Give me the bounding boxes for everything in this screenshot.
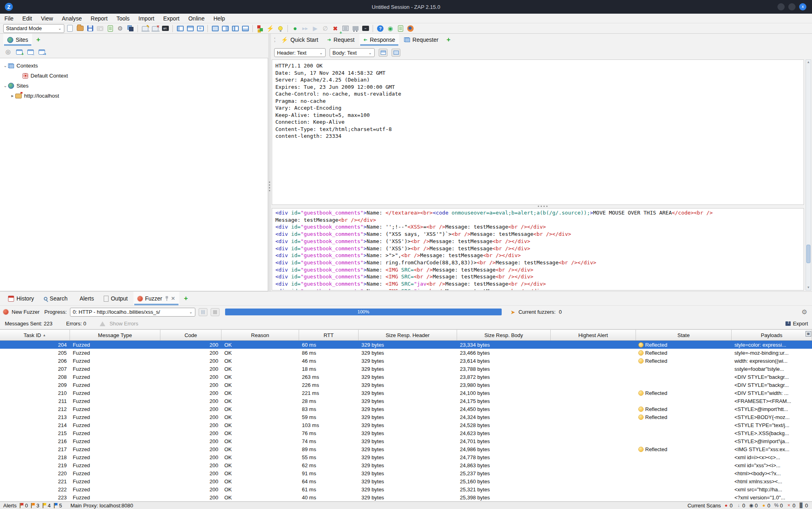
column-header-rtt[interactable]: RTT	[299, 330, 359, 340]
column-header-task-id[interactable]: Task ID▲	[0, 330, 70, 340]
layout-right-icon[interactable]	[221, 24, 230, 33]
add-tab-button[interactable]: +	[443, 36, 454, 44]
menu-file[interactable]: File	[0, 14, 18, 23]
scrollbar-thumb[interactable]	[806, 245, 810, 263]
menu-help[interactable]: Help	[209, 14, 230, 23]
menu-analyse[interactable]: Analyse	[57, 14, 86, 23]
table-row[interactable]: 209Fuzzed200OK226 ms329 bytes23,980 byte…	[0, 381, 812, 389]
column-config-icon[interactable]: ▦	[806, 331, 811, 337]
table-row[interactable]: 208Fuzzed200OK263 ms329 bytes23,872 byte…	[0, 373, 812, 381]
vertical-splitter[interactable]	[268, 34, 271, 291]
tree-item-contexts[interactable]: ⌄Contexts	[0, 61, 268, 71]
menu-online[interactable]: Online	[184, 14, 209, 23]
table-row[interactable]: 220Fuzzed200OK91 ms329 bytes25,237 bytes…	[0, 469, 812, 477]
minimize-button[interactable]	[777, 3, 785, 10]
menu-export[interactable]: Export	[159, 14, 184, 23]
tab-sites[interactable]: Sites	[3, 34, 32, 46]
scroll-up-icon[interactable]: ▲	[806, 60, 811, 65]
menu-view[interactable]: View	[37, 14, 57, 23]
scroll-down-icon[interactable]: ▼	[806, 285, 811, 290]
add-tab-button[interactable]: +	[181, 294, 191, 303]
menu-report[interactable]: Report	[86, 14, 112, 23]
menu-tools[interactable]: Tools	[112, 14, 134, 23]
persist-session-icon[interactable]	[86, 24, 94, 33]
tree-item-localhost[interactable]: ▸http://localhost	[0, 91, 268, 101]
help-icon[interactable]: ?	[376, 24, 385, 33]
open-session-icon[interactable]	[76, 24, 84, 33]
tree-item-default-context[interactable]: Default Context	[0, 71, 268, 81]
layout-rows-icon[interactable]	[241, 24, 250, 33]
column-header-state[interactable]: State	[636, 330, 732, 340]
column-header-code[interactable]: Code	[160, 330, 221, 340]
tab-alerts[interactable]: Alerts	[73, 292, 98, 305]
tree-expander-icon[interactable]: ▸	[10, 93, 15, 98]
response-header-pane[interactable]: HTTP/1.1 200 OKDate: Sun, 17 Nov 2024 14…	[272, 59, 804, 205]
table-row[interactable]: 205Fuzzed200OK86 ms329 bytes23,466 bytes…	[0, 349, 812, 357]
layout-columns-icon[interactable]	[231, 24, 240, 33]
tab-fuzzer[interactable]: Fuzzer✕	[133, 292, 179, 305]
tab-output[interactable]: Output	[100, 292, 132, 305]
show-all-tabs-icon[interactable]: ✎	[141, 24, 150, 33]
table-row[interactable]: 219Fuzzed200OK62 ms329 bytes24,863 bytes…	[0, 461, 812, 469]
table-row[interactable]: 214Fuzzed200OK103 ms329 bytes24,528 byte…	[0, 421, 812, 429]
table-row[interactable]: 223Fuzzed200OK40 ms329 bytes25,398 bytes…	[0, 493, 812, 501]
close-button[interactable]: x	[799, 3, 806, 10]
tree-expander-icon[interactable]: ⌄	[2, 83, 8, 88]
tab-requester[interactable]: Requester	[400, 34, 443, 46]
column-header-reason[interactable]: Reason	[221, 330, 299, 340]
pause-button[interactable]	[199, 308, 207, 316]
column-header-highest-alert[interactable]: Highest Alert	[551, 330, 636, 340]
layout-split-top-icon[interactable]	[186, 24, 195, 33]
tab-response[interactable]: ➜Response	[359, 34, 399, 46]
full-view-toggle[interactable]	[392, 49, 400, 57]
column-header-size-resp-header[interactable]: Size Resp. Header	[359, 330, 457, 340]
body-view-select[interactable]: Body: Text⌄	[330, 48, 375, 57]
target-filter-icon[interactable]: ◎	[4, 48, 12, 55]
scan-policy-icon[interactable]	[256, 24, 265, 33]
column-header-message-type[interactable]: Message Type	[70, 330, 160, 340]
table-row[interactable]: 222Fuzzed200OK61 ms329 bytes25,321 bytes…	[0, 485, 812, 493]
table-row[interactable]: 211Fuzzed200OK28 ms329 bytes24,175 bytes…	[0, 397, 812, 405]
header-view-select[interactable]: Header: Text⌄	[274, 48, 326, 57]
export-context-icon[interactable]: ⇢	[38, 48, 46, 55]
layout-centered-icon[interactable]	[196, 24, 205, 33]
menu-import[interactable]: Import	[134, 14, 159, 23]
column-header-size-resp-body[interactable]: Size Resp. Body	[457, 330, 551, 340]
mode-select[interactable]: Standard Mode⌄	[3, 24, 64, 33]
snapshot-session-icon[interactable]	[96, 24, 105, 33]
stop-button[interactable]	[211, 308, 219, 316]
tab-request[interactable]: ➜Request	[323, 34, 359, 46]
close-tab-icon[interactable]: ✕	[171, 296, 175, 301]
options-gear-icon[interactable]: ⚙	[116, 24, 125, 33]
dark-console-icon[interactable]: BT.	[161, 24, 170, 33]
menu-edit[interactable]: Edit	[18, 14, 37, 23]
layout-full-icon[interactable]	[211, 24, 219, 33]
manage-addons-icon[interactable]	[126, 24, 135, 33]
tree-expander-icon[interactable]: ⌄	[2, 63, 8, 68]
table-row[interactable]: 217Fuzzed200OK89 ms329 bytes24,986 bytes…	[0, 445, 812, 453]
progress-select[interactable]: 0: HTTP - http://localho..bilities/xss_s…	[70, 308, 195, 317]
maximize-button[interactable]	[788, 3, 796, 10]
table-row[interactable]: 215Fuzzed200OK76 ms329 bytes24,623 bytes…	[0, 429, 812, 437]
split-view-toggle[interactable]	[379, 49, 388, 57]
script-console-icon[interactable]: ▪▪	[361, 24, 370, 33]
tab-scroll-chevrons[interactable]: ‹›	[274, 37, 275, 43]
add-tab-button[interactable]: +	[33, 36, 43, 44]
break-off-icon[interactable]: ∅	[321, 24, 330, 33]
target-scope-icon[interactable]: ◉	[386, 24, 395, 33]
table-row[interactable]: 218Fuzzed200OK55 ms329 bytes24,778 bytes…	[0, 453, 812, 461]
response-scrollbar[interactable]: ▲ ▼	[806, 59, 811, 290]
import-context-icon[interactable]: →	[27, 48, 35, 55]
marketplace-icon[interactable]	[351, 24, 360, 33]
launch-browser-icon[interactable]	[406, 24, 415, 33]
user-guide-icon[interactable]	[396, 24, 405, 33]
table-row[interactable]: 212Fuzzed200OK83 ms329 bytes24,450 bytes…	[0, 405, 812, 413]
hints-bulb-icon[interactable]	[276, 24, 285, 33]
export-button[interactable]: Export	[785, 321, 808, 327]
api-icon[interactable]	[341, 24, 350, 33]
tree-item-sites[interactable]: ⌄Sites	[0, 81, 268, 91]
session-properties-icon[interactable]	[106, 24, 115, 33]
table-row[interactable]: 206Fuzzed200OK46 ms329 bytes23,614 bytes…	[0, 357, 812, 365]
response-body-pane[interactable]: <div id="guestbook_comments">Name: </tex…	[272, 208, 804, 290]
show-errors-button[interactable]: Show Errors	[109, 321, 138, 327]
